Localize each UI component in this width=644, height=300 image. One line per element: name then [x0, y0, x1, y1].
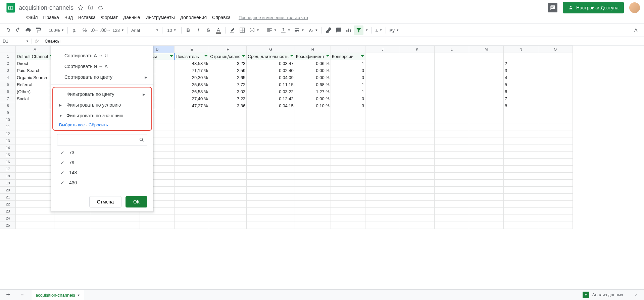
cell-J14[interactable]: [365, 144, 400, 152]
row-header-16[interactable]: 16: [0, 159, 16, 166]
cell-O12[interactable]: [538, 130, 573, 137]
cell-E11[interactable]: [175, 123, 209, 130]
cell-E7[interactable]: 27,40 %: [175, 95, 209, 102]
cell-J9[interactable]: [365, 109, 400, 116]
cell-H11[interactable]: [295, 123, 331, 130]
cell-M9[interactable]: [469, 109, 503, 116]
cell-G16[interactable]: [247, 159, 295, 166]
cell-E13[interactable]: [175, 137, 209, 144]
cell-J10[interactable]: [365, 116, 400, 123]
cell-A2[interactable]: Direct: [16, 60, 54, 67]
cell-I12[interactable]: [331, 130, 365, 137]
cell-J19[interactable]: [365, 180, 400, 187]
cell-G23[interactable]: [247, 208, 295, 215]
cell-M2[interactable]: [469, 60, 503, 67]
menu-insert[interactable]: Вставка: [76, 13, 98, 21]
col-header-G[interactable]: G: [247, 46, 295, 53]
cell-G24[interactable]: [247, 215, 295, 222]
menu-view[interactable]: Вид: [62, 13, 75, 21]
cell-F5[interactable]: 7,72: [209, 81, 247, 88]
cell-M20[interactable]: [469, 187, 503, 194]
cell-I17[interactable]: [331, 166, 365, 173]
cell-A11[interactable]: [16, 123, 54, 130]
cell-K24[interactable]: [400, 215, 434, 222]
menu-format[interactable]: Формат: [99, 13, 120, 21]
cell-H6[interactable]: 1,27 %: [295, 88, 331, 95]
cell-A9[interactable]: [16, 109, 54, 116]
cell-A13[interactable]: [16, 137, 54, 144]
cell-O17[interactable]: [538, 166, 573, 173]
cell-N11[interactable]: [503, 123, 538, 130]
cell-H17[interactable]: [295, 166, 331, 173]
col-header-O[interactable]: O: [538, 46, 573, 53]
cell-H22[interactable]: [295, 201, 331, 208]
cell-H13[interactable]: [295, 137, 331, 144]
sort-za[interactable]: Сортировать Я → А: [51, 61, 153, 72]
menu-help[interactable]: Справка: [210, 13, 233, 21]
cell-G4[interactable]: 0:04:09: [247, 74, 295, 81]
reset-link[interactable]: Сбросить: [89, 122, 108, 127]
cell-G9[interactable]: [247, 109, 295, 116]
col-header-J[interactable]: J: [365, 46, 400, 53]
cell-J16[interactable]: [365, 159, 400, 166]
cell-A12[interactable]: [16, 130, 54, 137]
filter-search-input[interactable]: [60, 137, 139, 142]
header-cell-L[interactable]: [434, 53, 469, 60]
cell-K19[interactable]: [400, 180, 434, 187]
cell-L14[interactable]: [434, 144, 469, 152]
cell-K12[interactable]: [400, 130, 434, 137]
halign-icon[interactable]: ▼: [265, 27, 278, 33]
move-icon[interactable]: [88, 5, 94, 11]
row-header-14[interactable]: 14: [0, 144, 16, 152]
cell-M24[interactable]: [469, 215, 503, 222]
cancel-button[interactable]: Отмена: [89, 196, 121, 207]
header-cell-A[interactable]: Default Channel⏷: [16, 53, 54, 60]
cell-L5[interactable]: [434, 81, 469, 88]
cell-N8[interactable]: 8: [503, 102, 538, 109]
cell-M13[interactable]: [469, 137, 503, 144]
cell-K8[interactable]: [400, 102, 434, 109]
language-icon[interactable]: Рy▼: [388, 28, 400, 33]
menu-addons[interactable]: Дополнения: [178, 13, 209, 21]
row-header-10[interactable]: 10: [0, 116, 16, 123]
cell-O5[interactable]: [538, 81, 573, 88]
cell-I13[interactable]: [331, 137, 365, 144]
cell-M15[interactable]: [469, 152, 503, 159]
cell-M18[interactable]: [469, 173, 503, 180]
cell-N16[interactable]: [503, 159, 538, 166]
cell-M12[interactable]: [469, 130, 503, 137]
cell-O25[interactable]: [538, 222, 573, 229]
cell-D25[interactable]: [140, 222, 175, 229]
cell-J7[interactable]: [365, 95, 400, 102]
inc-decimal-icon[interactable]: .00→: [100, 25, 110, 35]
cell-M14[interactable]: [469, 144, 503, 152]
cell-N17[interactable]: [503, 166, 538, 173]
cell-O19[interactable]: [538, 180, 573, 187]
cell-J6[interactable]: [365, 88, 400, 95]
cell-F4[interactable]: 2,65: [209, 74, 247, 81]
cell-K10[interactable]: [400, 116, 434, 123]
cell-I7[interactable]: 0: [331, 95, 365, 102]
cell-O24[interactable]: [538, 215, 573, 222]
cell-J21[interactable]: [365, 194, 400, 201]
cell-G20[interactable]: [247, 187, 295, 194]
cell-A18[interactable]: [16, 173, 54, 180]
cell-K18[interactable]: [400, 173, 434, 180]
cell-O22[interactable]: [538, 201, 573, 208]
cell-E9[interactable]: [175, 109, 209, 116]
cell-A17[interactable]: [16, 166, 54, 173]
cell-B24[interactable]: [54, 215, 90, 222]
cell-A19[interactable]: [16, 180, 54, 187]
header-cell-J[interactable]: [365, 53, 400, 60]
strike-icon[interactable]: S: [204, 25, 213, 35]
cell-F12[interactable]: [209, 130, 247, 137]
functions-icon[interactable]: Σ▼: [374, 28, 384, 33]
cell-O8[interactable]: [538, 102, 573, 109]
cell-K5[interactable]: [400, 81, 434, 88]
format-select[interactable]: 123▼: [111, 28, 126, 33]
cell-G19[interactable]: [247, 180, 295, 187]
paint-icon[interactable]: [34, 25, 43, 35]
cell-N18[interactable]: [503, 173, 538, 180]
cell-I4[interactable]: 0: [331, 74, 365, 81]
cell-F9[interactable]: [209, 109, 247, 116]
